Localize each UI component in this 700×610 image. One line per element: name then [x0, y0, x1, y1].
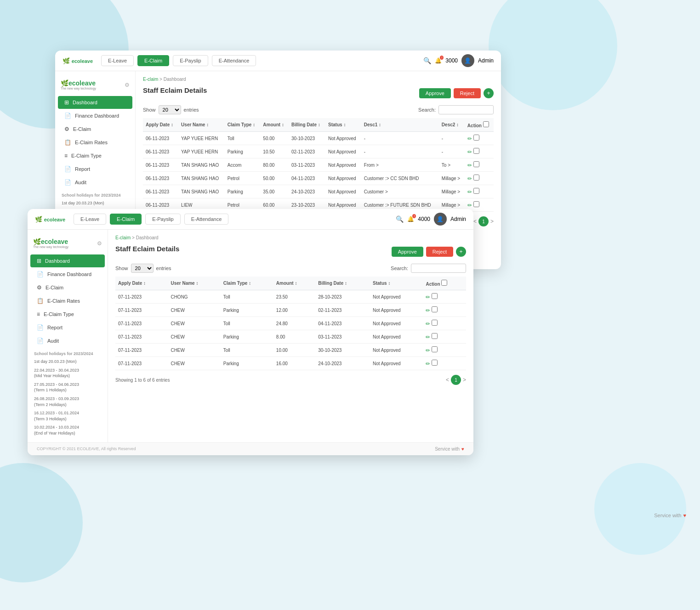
settings-icon-1[interactable]: ⚙	[125, 82, 130, 88]
page-1-btn-2[interactable]: 1	[451, 375, 461, 385]
sidebar-item-finance-2[interactable]: 📄 Finance Dashboard	[30, 268, 105, 281]
col-amount-1[interactable]: Amount ↕	[260, 118, 289, 132]
edit-icon[interactable]: ✏	[467, 189, 472, 195]
col-user-name-2[interactable]: User Name ↕	[168, 277, 220, 290]
entries-select-2[interactable]: 20 50 100	[131, 264, 154, 273]
sidebar-item-finance-1[interactable]: 📄 Finance Dashboard	[58, 109, 132, 122]
sidebar-item-eclaim-type-2[interactable]: ≡ E-Claim Type	[30, 308, 105, 321]
holiday-2-item-1: 1st day 20.03.23 (Mon)	[28, 357, 108, 366]
row-checkbox[interactable]	[432, 320, 438, 326]
col-desc2-1[interactable]: Desc2 ↕	[439, 118, 465, 132]
sidebar-item-dashboard-2[interactable]: ⊞ Dashboard	[30, 254, 105, 267]
notification-bell-1[interactable]: 🔔 !	[435, 57, 442, 64]
select-all-2[interactable]	[441, 280, 447, 286]
select-all-1[interactable]	[483, 121, 489, 127]
sidebar-item-audit-1[interactable]: 📄 Audit	[58, 176, 132, 189]
row-checkbox[interactable]	[473, 161, 479, 167]
col-status-2[interactable]: Status ↕	[370, 277, 423, 290]
row-checkbox[interactable]	[473, 175, 479, 181]
col-apply-date-2[interactable]: Apply Date ↕	[115, 277, 168, 290]
search-input-1[interactable]	[438, 105, 494, 114]
tab-epayslip-2[interactable]: E-Payslip	[145, 214, 180, 225]
data-table-1: Apply Date ↕ User Name ↕ Claim Type ↕ Am…	[143, 118, 494, 212]
prev-page-1[interactable]: <	[473, 218, 477, 225]
edit-icon[interactable]: ✏	[426, 334, 430, 340]
row-checkbox[interactable]	[473, 135, 479, 141]
col-amount-2[interactable]: Amount ↕	[273, 277, 315, 290]
eclaim-type-icon-2: ≡	[37, 311, 40, 317]
next-page-2[interactable]: >	[463, 377, 466, 383]
row-checkbox[interactable]	[432, 306, 438, 312]
edit-icon[interactable]: ✏	[467, 136, 472, 142]
tab-eattendance-2[interactable]: E-Attendance	[184, 214, 229, 225]
add-button-1[interactable]: +	[484, 88, 494, 98]
search-icon-nav-1[interactable]: 🔍	[423, 57, 431, 64]
reject-button-2[interactable]: Reject	[426, 247, 453, 257]
row-checkbox[interactable]	[432, 360, 438, 366]
sidebar-item-report-1[interactable]: 📄 Report	[58, 163, 132, 175]
logo-2: 🌿 ecoleave	[35, 216, 65, 223]
search-input-2[interactable]	[411, 264, 466, 273]
table-controls-2: Show 20 50 100 entries Search:	[115, 264, 466, 273]
approve-button-2[interactable]: Approve	[392, 247, 423, 257]
row-checkbox[interactable]	[473, 188, 479, 194]
search-icon-nav-2[interactable]: 🔍	[396, 215, 404, 223]
col-billing-date-2[interactable]: Billing Date ↕	[315, 277, 370, 290]
col-billing-date-1[interactable]: Billing Date ↕	[289, 118, 325, 132]
edit-icon[interactable]: ✏	[426, 321, 430, 327]
tab-eleave-2[interactable]: E-Leave	[74, 214, 106, 225]
sidebar-item-eclaim-rates-2[interactable]: 📋 E-Claim Rates	[30, 294, 105, 307]
prev-page-2[interactable]: <	[446, 377, 449, 383]
dashboard-icon-1: ⊞	[64, 99, 69, 106]
col-claim-type-2[interactable]: Claim Type ↕	[221, 277, 273, 290]
col-status-1[interactable]: Status ↕	[325, 118, 361, 132]
col-apply-date-1[interactable]: Apply Date ↕	[143, 118, 178, 132]
approve-button-1[interactable]: Approve	[419, 88, 451, 98]
tab-eattendance-1[interactable]: E-Attendance	[212, 55, 256, 66]
col-claim-type-1[interactable]: Claim Type ↕	[225, 118, 261, 132]
user-avatar-2[interactable]: 👤	[434, 213, 447, 226]
row-checkbox[interactable]	[473, 148, 479, 154]
settings-icon-2[interactable]: ⚙	[97, 240, 102, 247]
logo-area-1: 🌿ecoleave The new way technology ⚙	[55, 76, 135, 96]
footer-2: COPYRIGHT © 2021 ECOLEAVE, All rights Re…	[28, 442, 473, 455]
reject-button-1[interactable]: Reject	[454, 88, 481, 98]
sidebar-item-eclaim-2[interactable]: ⚙ E-Claim	[30, 281, 105, 294]
page-1-btn-1[interactable]: 1	[478, 216, 489, 226]
row-checkbox[interactable]	[432, 346, 438, 352]
next-page-1[interactable]: >	[490, 218, 494, 225]
row-checkbox[interactable]	[432, 333, 438, 339]
edit-icon[interactable]: ✏	[426, 347, 430, 354]
row-checkbox[interactable]	[432, 293, 438, 299]
sidebar-item-eclaim-1[interactable]: ⚙ E-Claim	[58, 123, 132, 136]
user-avatar-1[interactable]: 👤	[461, 54, 474, 67]
sidebar-item-audit-2[interactable]: 📄 Audit	[30, 334, 105, 347]
edit-icon[interactable]: ✏	[426, 361, 430, 367]
col-desc1-1[interactable]: Desc1 ↕	[361, 118, 439, 132]
edit-icon[interactable]: ✏	[467, 149, 472, 155]
entries-select-1[interactable]: 20 50 100	[159, 105, 181, 114]
search-box-2: Search:	[391, 264, 466, 273]
edit-icon[interactable]: ✏	[467, 162, 472, 169]
notification-bell-2[interactable]: 🔔 !	[407, 216, 414, 222]
edit-icon[interactable]: ✏	[467, 202, 472, 209]
sidebar-item-report-2[interactable]: 📄 Report	[30, 321, 105, 334]
sidebar-item-dashboard-1[interactable]: ⊞ Dashboard	[58, 96, 132, 109]
col-action-2: Action	[423, 277, 466, 290]
edit-icon[interactable]: ✏	[467, 175, 472, 182]
row-checkbox[interactable]	[473, 201, 479, 207]
report-icon-2: 📄	[37, 324, 44, 331]
tab-eleave-1[interactable]: E-Leave	[101, 55, 134, 66]
sidebar-item-eclaim-type-1[interactable]: ≡ E-Claim Type	[58, 149, 132, 162]
col-user-name-1[interactable]: User Name ↕	[178, 118, 225, 132]
table-row: 07-11-2023 CHONG Toll 23.50 28-10-2023 N…	[115, 290, 466, 304]
sidebar-logo-2: 🌿ecoleave	[33, 238, 68, 245]
sidebar-item-eclaim-rates-1[interactable]: 📋 E-Claim Rates	[58, 136, 132, 149]
edit-icon[interactable]: ✏	[426, 307, 430, 314]
tab-eclaim-1[interactable]: E-Claim	[137, 55, 169, 66]
add-button-2[interactable]: +	[456, 247, 466, 257]
tab-eclaim-2[interactable]: E-Claim	[110, 214, 142, 225]
tab-epayslip-1[interactable]: E-Payslip	[173, 55, 208, 66]
edit-icon[interactable]: ✏	[426, 294, 430, 300]
table-row: 07-11-2023 CHEW Toll 10.00 30-10-2023 No…	[115, 344, 466, 357]
